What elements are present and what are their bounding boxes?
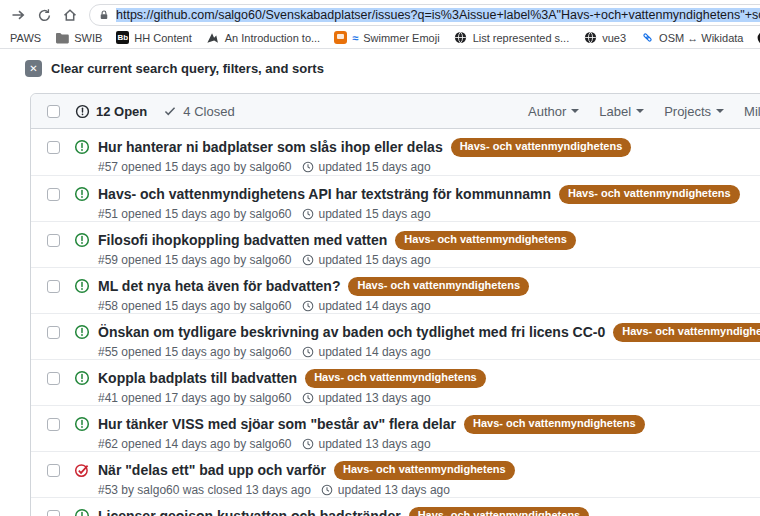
check-icon bbox=[163, 104, 177, 118]
issue-opened-by: #51 opened 15 days ago by salgo60 bbox=[98, 207, 292, 221]
issue-row: Koppla badplats till badvatten Havs- och… bbox=[31, 359, 760, 405]
issue-title-link[interactable]: Hur hanterar ni badplatser som slås ihop… bbox=[98, 139, 443, 155]
bookmark-osm-wikidata[interactable]: OSM ↔ Wikidata bbox=[640, 31, 743, 45]
bookmark-paws[interactable]: PAWS bbox=[10, 32, 41, 44]
issue-checkbox[interactable] bbox=[47, 464, 60, 477]
issue-updated: updated 13 days ago bbox=[319, 437, 431, 451]
issue-updated: updated 13 days ago bbox=[319, 391, 431, 405]
issue-updated: updated 14 days ago bbox=[319, 299, 431, 313]
author-filter[interactable]: Author bbox=[524, 104, 583, 119]
issue-opened-by: #53 by salgo60 was closed 13 days ago bbox=[98, 483, 311, 497]
issues-list: Hur hanterar ni badplatser som slås ihop… bbox=[31, 129, 760, 516]
reload-button[interactable] bbox=[32, 4, 56, 26]
issue-checkbox[interactable] bbox=[47, 326, 60, 339]
issue-label-badge[interactable]: Havs- och vattenmyndighetens bbox=[334, 461, 515, 480]
issue-open-icon bbox=[74, 232, 90, 248]
issue-title-link[interactable]: När "delas ett" bad upp och varför bbox=[98, 462, 326, 478]
bookmark-swimmer-emoji[interactable]: ≈ Swimmer Emoji bbox=[334, 31, 439, 44]
issue-meta: #59 opened 15 days ago by salgo60 update… bbox=[98, 253, 576, 267]
issue-title-link[interactable]: Hur tänker VISS med sjöar som "består av… bbox=[98, 416, 456, 432]
clock-icon bbox=[302, 254, 314, 266]
issue-open-icon bbox=[74, 139, 90, 155]
issue-open-icon bbox=[74, 186, 90, 202]
issue-checkbox[interactable] bbox=[47, 234, 60, 247]
issue-title-link[interactable]: ML det nya heta även för badvatten? bbox=[98, 278, 340, 294]
projects-filter[interactable]: Projects bbox=[660, 104, 728, 119]
clear-filters-label: Clear current search query, filters, and… bbox=[51, 61, 324, 76]
closed-issues-link[interactable]: 4 Closed bbox=[163, 104, 234, 119]
issue-checkbox[interactable] bbox=[47, 280, 60, 293]
issue-meta: #57 opened 15 days ago by salgo60 update… bbox=[98, 160, 631, 174]
issue-checkbox[interactable] bbox=[47, 372, 60, 385]
issue-checkbox[interactable] bbox=[47, 418, 60, 431]
issue-meta: #51 opened 15 days ago by salgo60 update… bbox=[98, 207, 740, 221]
clock-icon bbox=[321, 484, 333, 496]
issue-opened-by: #62 opened 14 days ago by salgo60 bbox=[98, 437, 292, 451]
issue-label-badge[interactable]: Havs- och vattenmyndighetens bbox=[451, 138, 632, 157]
select-all-checkbox[interactable] bbox=[47, 105, 60, 118]
chevron-down-icon bbox=[716, 109, 724, 117]
issue-row: Hur hanterar ni badplatser som slås ihop… bbox=[31, 129, 760, 175]
issue-label-badge[interactable]: Havs- och vattenmyndighetens bbox=[409, 507, 590, 516]
bb-favicon: Bb bbox=[116, 31, 129, 44]
url-text[interactable]: https://github.com/salgo60/Svenskabadpla… bbox=[116, 8, 760, 22]
issue-opened-by: #57 opened 15 days ago by salgo60 bbox=[98, 160, 292, 174]
bookmark-vue3[interactable]: vue3 bbox=[583, 31, 626, 45]
issue-row: Önskan om tydligare beskrivning av baden… bbox=[31, 313, 760, 359]
clock-icon bbox=[302, 161, 314, 173]
issue-open-icon bbox=[74, 370, 90, 386]
issue-meta: #55 opened 15 days ago by salgo60 update… bbox=[98, 345, 760, 359]
issues-list-container: 12 Open 4 Closed Author Label Projects M… bbox=[30, 93, 760, 516]
issue-label-badge[interactable]: Havs- och vattenmyndighetens bbox=[464, 415, 645, 434]
milestones-filter[interactable]: Milestones bbox=[740, 104, 760, 119]
issue-title-link[interactable]: Licenser geojson kustvatten och badsträn… bbox=[98, 508, 401, 516]
issue-updated: updated 15 days ago bbox=[319, 207, 431, 221]
issue-title-link[interactable]: Havs- och vattenmyndighetens API har tex… bbox=[98, 186, 551, 202]
label-filter[interactable]: Label bbox=[595, 104, 648, 119]
home-button[interactable] bbox=[58, 4, 82, 26]
issue-title-link[interactable]: Önskan om tydligare beskrivning av baden… bbox=[98, 324, 605, 340]
clock-icon bbox=[302, 392, 314, 404]
chevron-down-icon bbox=[636, 109, 644, 117]
issue-open-icon bbox=[74, 324, 90, 340]
issue-title-link[interactable]: Koppla badplats till badvatten bbox=[98, 370, 297, 386]
bookmark-list-represented[interactable]: List represented s... bbox=[454, 31, 570, 45]
filter-dropdowns: Author Label Projects Milestones Assigne… bbox=[524, 94, 760, 128]
issue-checkbox[interactable] bbox=[47, 141, 60, 154]
bookmark-hh-content[interactable]: Bb HH Content bbox=[116, 31, 191, 44]
issue-label-badge[interactable]: Havs- och vattenmyndighetens bbox=[395, 231, 576, 250]
clock-icon bbox=[302, 300, 314, 312]
issue-label-badge[interactable]: Havs- och vattenmyndighetens bbox=[305, 369, 486, 388]
url-bar[interactable]: https://github.com/salgo60/Svenskabadpla… bbox=[89, 4, 760, 26]
issue-row: Licenser geojson kustvatten och badsträn… bbox=[31, 497, 760, 516]
issues-list-header: 12 Open 4 Closed Author Label Projects M… bbox=[31, 94, 760, 129]
clear-filters-link[interactable]: ✕ Clear current search query, filters, a… bbox=[25, 60, 324, 77]
reload-icon bbox=[37, 8, 52, 23]
forward-button[interactable] bbox=[6, 4, 30, 26]
issue-updated: updated 13 days ago bbox=[338, 483, 450, 497]
globe-icon bbox=[583, 31, 597, 45]
issue-label-badge[interactable]: Havs- och vattenmyndighetens bbox=[613, 323, 760, 342]
issue-label-badge[interactable]: Havs- och vattenmyndighetens bbox=[559, 185, 740, 204]
chevron-down-icon bbox=[571, 109, 579, 117]
issue-row: Havs- och vattenmyndighetens API har tex… bbox=[31, 175, 760, 221]
bookmark-swib[interactable]: SWIB bbox=[55, 31, 102, 45]
issue-counts: 12 Open 4 Closed bbox=[75, 104, 235, 119]
folder-icon bbox=[55, 31, 69, 45]
issue-label-badge[interactable]: Havs- och vattenmyndighetens bbox=[348, 277, 529, 296]
issue-meta: #62 opened 14 days ago by salgo60 update… bbox=[98, 437, 645, 451]
issue-meta: #53 by salgo60 was closed 13 days ago up… bbox=[98, 483, 515, 497]
issue-checkbox[interactable] bbox=[47, 510, 60, 516]
bookmark-an-introduction[interactable]: An Introduction to... bbox=[206, 31, 320, 45]
issue-opened-by: #55 opened 15 days ago by salgo60 bbox=[98, 345, 292, 359]
issue-checkbox[interactable] bbox=[47, 188, 60, 201]
padlock-icon[interactable] bbox=[98, 9, 110, 21]
issue-meta: #58 opened 15 days ago by salgo60 update… bbox=[98, 299, 529, 313]
link-icon bbox=[640, 31, 654, 45]
issue-updated: updated 14 days ago bbox=[319, 345, 431, 359]
open-issues-link[interactable]: 12 Open bbox=[75, 104, 147, 119]
clock-icon bbox=[302, 208, 314, 220]
browser-toolbar: https://github.com/salgo60/Svenskabadpla… bbox=[0, 0, 760, 27]
bookmarks-bar: PAWS SWIB Bb HH Content An Introduction … bbox=[0, 27, 760, 48]
issue-title-link[interactable]: Filosofi ihopkoppling badvatten med vatt… bbox=[98, 232, 387, 248]
